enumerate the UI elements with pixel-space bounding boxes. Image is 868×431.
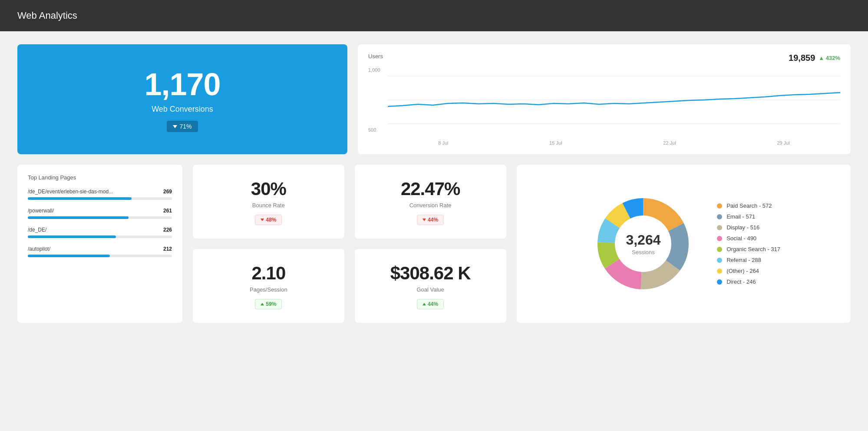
conversions-number: 1,170 <box>144 66 220 102</box>
landing-url-1: /de_DE/event/erleben-sie-das-mod... <box>28 189 113 195</box>
arrow-down-icon <box>422 219 426 221</box>
bounce-rate-card: 30% Bounce Rate 48% <box>193 165 344 239</box>
progress-bg-3 <box>28 235 172 238</box>
pages-session-badge: 59% <box>255 299 282 309</box>
y-label-500: 500 <box>368 127 386 133</box>
header: Web Analytics <box>0 0 868 31</box>
landing-count-1: 269 <box>163 189 172 195</box>
pages-session-card: 2.10 Pages/Session 59% <box>193 249 344 323</box>
landing-url-4: /autopilot/ <box>28 246 50 252</box>
metrics-row-1: 30% Bounce Rate 48% 22.47% Conversion Ra… <box>193 165 506 239</box>
list-item: /powerwall/ 261 <box>28 208 172 219</box>
legend-label-direct: Direct - 246 <box>726 278 756 285</box>
progress-bg-4 <box>28 255 172 257</box>
metrics-column: 30% Bounce Rate 48% 22.47% Conversion Ra… <box>193 165 506 323</box>
legend-item-paid-search: Paid Search - 572 <box>717 202 780 209</box>
arrow-down-icon <box>261 219 264 221</box>
legend-label-organic: Organic Search - 317 <box>726 246 780 252</box>
legend-dot-referral <box>717 258 722 263</box>
legend-item-organic: Organic Search - 317 <box>717 246 780 252</box>
landing-url-3: /de_DE/ <box>28 227 46 233</box>
progress-bg-1 <box>28 197 172 200</box>
goal-value-value: $308.62 K <box>390 263 471 284</box>
donut-wrapper: 3,264 Sessions <box>587 187 700 300</box>
legend-item-email: Email - 571 <box>717 213 780 220</box>
conversions-badge: 71% <box>167 121 198 132</box>
legend-dot-organic <box>717 247 722 252</box>
conversions-change: 71% <box>179 123 191 130</box>
line-chart-svg <box>388 67 840 133</box>
progress-fill-4 <box>28 255 110 257</box>
landing-url-2: /powerwall/ <box>28 208 54 214</box>
chart-value-area: 19,859 ▲ 432% <box>789 53 840 63</box>
arrow-down-icon <box>173 125 177 128</box>
landing-count-3: 226 <box>163 227 172 233</box>
legend-dot-display <box>717 225 722 230</box>
conversion-rate-value: 22.47% <box>401 179 460 199</box>
conversion-rate-label: Conversion Rate <box>409 202 452 209</box>
page-title: Web Analytics <box>17 10 77 21</box>
goal-value-card: $308.62 K Goal Value 44% <box>355 249 506 323</box>
bounce-rate-label: Bounce Rate <box>252 202 285 209</box>
legend-item-referral: Referral - 288 <box>717 257 780 263</box>
chart-big-value: 19,859 <box>789 53 815 63</box>
main-content: 1,170 Web Conversions 71% Users 19,859 ▲… <box>0 31 868 336</box>
landing-count-2: 261 <box>163 208 172 214</box>
bounce-rate-change: 48% <box>266 217 276 223</box>
progress-fill-2 <box>28 216 129 219</box>
landing-pages-title: Top Landing Pages <box>28 174 172 181</box>
legend-dot-paid-search <box>717 203 722 209</box>
goal-value-label: Goal Value <box>416 286 444 293</box>
chart-title: Users <box>368 53 383 60</box>
legend-dot-other <box>717 269 722 274</box>
legend-label-referral: Referral - 288 <box>726 257 761 263</box>
list-item: /de_DE/event/erleben-sie-das-mod... 269 <box>28 189 172 200</box>
x-label-22jul: 22 Jul <box>663 140 676 146</box>
chart-area: 1,000 500 8 Jul 15 Jul 2 <box>368 67 840 146</box>
chart-plot-area <box>388 67 840 133</box>
list-item: /de_DE/ 226 <box>28 227 172 238</box>
bottom-row: Top Landing Pages /de_DE/event/erleben-s… <box>17 165 851 323</box>
chart-change: ▲ 432% <box>818 55 840 61</box>
legend-item-social: Social - 490 <box>717 235 780 242</box>
legend-label-paid-search: Paid Search - 572 <box>726 202 772 209</box>
x-label-29jul: 29 Jul <box>777 140 789 146</box>
chart-header: Users 19,859 ▲ 432% <box>368 53 840 63</box>
conversion-rate-badge: 44% <box>417 215 444 225</box>
legend-label-other: (Other) - 264 <box>726 268 759 274</box>
legend-label-social: Social - 490 <box>726 235 756 242</box>
pages-session-change: 59% <box>266 301 276 307</box>
bounce-rate-badge: 48% <box>255 215 282 225</box>
chart-x-labels: 8 Jul 15 Jul 22 Jul 29 Jul <box>388 140 840 146</box>
legend-dot-email <box>717 214 722 219</box>
goal-value-change: 44% <box>428 301 438 307</box>
landing-count-4: 212 <box>163 246 172 252</box>
y-label-1000: 1,000 <box>368 67 386 73</box>
metrics-row-2: 2.10 Pages/Session 59% $308.62 K Goal Va… <box>193 249 506 323</box>
list-item: /autopilot/ 212 <box>28 246 172 257</box>
conversion-rate-card: 22.47% Conversion Rate 44% <box>355 165 506 239</box>
landing-pages-card: Top Landing Pages /de_DE/event/erleben-s… <box>17 165 182 323</box>
legend-item-display: Display - 516 <box>717 224 780 231</box>
donut-center-value: 3,264 <box>626 232 660 248</box>
top-row: 1,170 Web Conversions 71% Users 19,859 ▲… <box>17 44 851 154</box>
pages-session-value: 2.10 <box>252 263 286 284</box>
donut-center: 3,264 Sessions <box>626 232 660 255</box>
legend-label-email: Email - 571 <box>726 213 755 220</box>
arrow-up-icon <box>261 303 264 305</box>
conversion-rate-change: 44% <box>428 217 438 223</box>
goal-value-badge: 44% <box>417 299 444 309</box>
arrow-up-icon <box>422 303 426 305</box>
legend-item-direct: Direct - 246 <box>717 278 780 285</box>
bounce-rate-value: 30% <box>251 179 286 199</box>
legend-item-other: (Other) - 264 <box>717 268 780 274</box>
progress-bg-2 <box>28 216 172 219</box>
legend-dot-direct <box>717 279 722 285</box>
progress-fill-1 <box>28 197 132 200</box>
donut-legend: Paid Search - 572 Email - 571 Display - … <box>717 202 780 285</box>
legend-dot-social <box>717 236 722 241</box>
pages-session-label: Pages/Session <box>250 286 287 293</box>
conversions-card: 1,170 Web Conversions 71% <box>17 44 347 154</box>
sessions-donut-card: 3,264 Sessions Paid Search - 572 Email -… <box>517 165 851 323</box>
x-label-8jul: 8 Jul <box>438 140 448 146</box>
